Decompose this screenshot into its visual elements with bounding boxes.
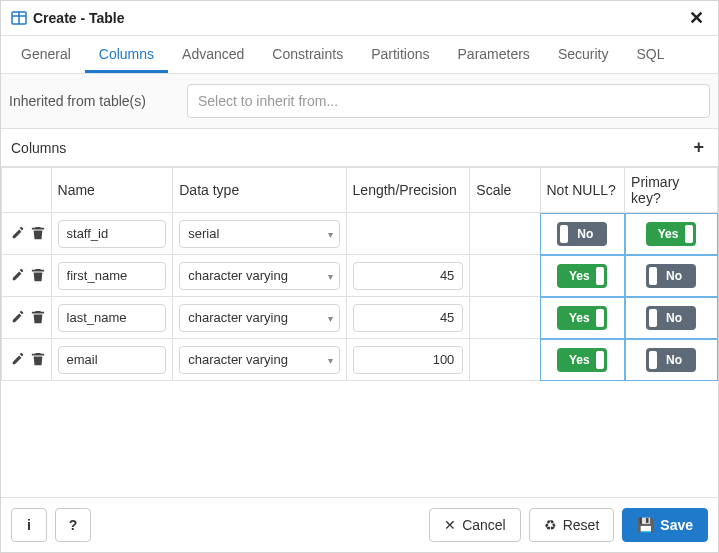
tab-general[interactable]: General (7, 36, 85, 73)
help-icon: ? (69, 517, 78, 533)
tab-security[interactable]: Security (544, 36, 623, 73)
notnull-toggle[interactable]: Yes (557, 348, 607, 372)
delete-icon[interactable] (30, 309, 46, 325)
notnull-toggle[interactable]: Yes (557, 306, 607, 330)
select-value: character varying (188, 310, 288, 325)
tab-constraints[interactable]: Constraints (258, 36, 357, 73)
save-button[interactable]: 💾 Save (622, 508, 708, 542)
cancel-button[interactable]: ✕ Cancel (429, 508, 521, 542)
add-column-button[interactable]: + (689, 137, 708, 158)
column-datatype-select[interactable]: character varying▾ (179, 304, 339, 332)
tab-partitions[interactable]: Partitions (357, 36, 443, 73)
tab-bar: GeneralColumnsAdvancedConstraintsPartiti… (1, 36, 718, 74)
columns-table: Name Data type Length/Precision Scale No… (1, 167, 718, 381)
column-length-input[interactable] (353, 262, 464, 290)
primarykey-toggle[interactable]: No (646, 264, 696, 288)
toggle-label: Yes (569, 353, 590, 367)
header-pk: Primary key? (625, 168, 718, 213)
save-icon: 💾 (637, 517, 654, 533)
inherit-placeholder: Select to inherit from... (198, 93, 338, 109)
header-actions (2, 168, 52, 213)
chevron-down-icon: ▾ (328, 228, 333, 239)
column-length-input[interactable] (353, 346, 464, 374)
toggle-label: No (666, 353, 682, 367)
select-value: serial (188, 226, 219, 241)
tab-sql[interactable]: SQL (622, 36, 678, 73)
dialog-title: Create - Table (33, 10, 685, 26)
tab-columns[interactable]: Columns (85, 36, 168, 73)
edit-icon[interactable] (10, 225, 26, 241)
tab-advanced[interactable]: Advanced (168, 36, 258, 73)
tab-parameters[interactable]: Parameters (444, 36, 544, 73)
column-datatype-select[interactable]: character varying▾ (179, 262, 339, 290)
table-row: character varying▾YesNo (2, 255, 718, 297)
select-value: character varying (188, 268, 288, 283)
reset-label: Reset (563, 517, 600, 533)
primarykey-toggle[interactable]: Yes (646, 222, 696, 246)
info-icon: i (27, 517, 31, 533)
header-name: Name (51, 168, 173, 213)
notnull-toggle[interactable]: Yes (557, 264, 607, 288)
header-notnull: Not NULL? (540, 168, 625, 213)
column-name-input[interactable] (58, 346, 167, 374)
columns-section-title: Columns (11, 140, 66, 156)
info-button[interactable]: i (11, 508, 47, 542)
table-icon (11, 10, 27, 26)
column-length-input[interactable] (353, 304, 464, 332)
toggle-label: No (577, 227, 593, 241)
delete-icon[interactable] (30, 225, 46, 241)
save-label: Save (660, 517, 693, 533)
cancel-icon: ✕ (444, 517, 456, 533)
primarykey-toggle[interactable]: No (646, 306, 696, 330)
help-button[interactable]: ? (55, 508, 91, 542)
table-row: character varying▾YesNo (2, 339, 718, 381)
reset-icon: ♻ (544, 517, 557, 533)
table-row: serial▾NoYes (2, 213, 718, 255)
column-datatype-select[interactable]: serial▾ (179, 220, 339, 248)
notnull-toggle[interactable]: No (557, 222, 607, 246)
toggle-label: No (666, 269, 682, 283)
header-scale: Scale (470, 168, 540, 213)
column-name-input[interactable] (58, 262, 167, 290)
toggle-label: Yes (569, 311, 590, 325)
toggle-label: No (666, 311, 682, 325)
toggle-label: Yes (658, 227, 679, 241)
edit-icon[interactable] (10, 351, 26, 367)
table-row: character varying▾YesNo (2, 297, 718, 339)
delete-icon[interactable] (30, 267, 46, 283)
chevron-down-icon: ▾ (328, 354, 333, 365)
inherit-label: Inherited from table(s) (9, 93, 187, 109)
reset-button[interactable]: ♻ Reset (529, 508, 615, 542)
select-value: character varying (188, 352, 288, 367)
column-name-input[interactable] (58, 304, 167, 332)
inherit-select[interactable]: Select to inherit from... (187, 84, 710, 118)
edit-icon[interactable] (10, 267, 26, 283)
column-name-input[interactable] (58, 220, 167, 248)
edit-icon[interactable] (10, 309, 26, 325)
cancel-label: Cancel (462, 517, 506, 533)
header-length: Length/Precision (346, 168, 470, 213)
primarykey-toggle[interactable]: No (646, 348, 696, 372)
chevron-down-icon: ▾ (328, 270, 333, 281)
header-datatype: Data type (173, 168, 346, 213)
chevron-down-icon: ▾ (328, 312, 333, 323)
close-icon[interactable]: ✕ (685, 7, 708, 29)
delete-icon[interactable] (30, 351, 46, 367)
column-datatype-select[interactable]: character varying▾ (179, 346, 339, 374)
toggle-label: Yes (569, 269, 590, 283)
